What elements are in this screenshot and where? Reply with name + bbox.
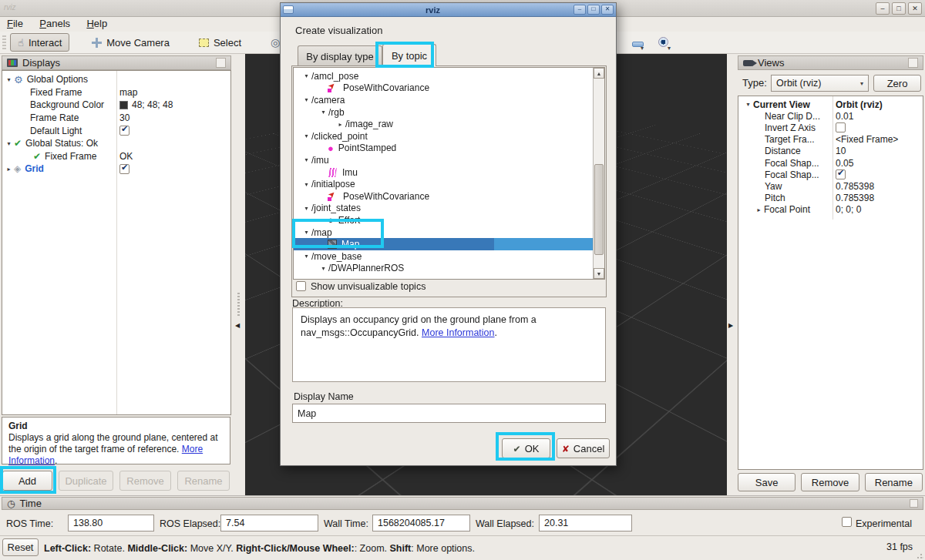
chevron-down-icon[interactable]: ▾	[641, 45, 644, 52]
checkbox-checked[interactable]	[119, 164, 130, 174]
topic-row[interactable]: ▾/joint_states	[294, 203, 604, 215]
rename-display-button[interactable]: Rename	[177, 471, 230, 491]
topic-row[interactable]: PointStamped	[294, 143, 604, 155]
chevron-right-icon[interactable]: ▸	[4, 166, 14, 173]
topic-row[interactable]: PoseWithCovariance	[294, 190, 604, 203]
left-splitter[interactable]: ◀	[233, 54, 245, 495]
row-value[interactable]: 30	[119, 112, 130, 123]
topic-row-map-selected[interactable]: Map	[294, 238, 593, 250]
chevron-down-icon[interactable]: ▾	[4, 140, 14, 147]
topic-row[interactable]: ▾/imu	[294, 154, 604, 166]
remove-display-button[interactable]: Remove	[119, 471, 171, 491]
panel-detach-button[interactable]	[908, 58, 918, 68]
scroll-down-icon[interactable]: ▼	[594, 268, 604, 279]
row-value[interactable]: <Fixed Frame>	[836, 134, 898, 145]
checkbox-unchecked[interactable]	[836, 122, 846, 132]
views-tree[interactable]: ▾ Current View Orbit (rviz) Near Clip D.…	[738, 96, 923, 470]
duplicate-button[interactable]: Duplicate	[59, 471, 113, 491]
chevron-down-icon[interactable]: ▾	[301, 253, 311, 260]
display-row-fixed-frame[interactable]: Fixed Frame map	[2, 86, 230, 99]
minimize-icon[interactable]: –	[876, 2, 890, 15]
view-row-near-clip[interactable]: Near Clip D... 0.01	[738, 110, 923, 122]
row-value[interactable]: map	[119, 87, 137, 98]
collapse-right-icon[interactable]: ▶	[728, 322, 733, 329]
chevron-right-icon[interactable]: ▸	[754, 206, 764, 213]
checkbox-checked[interactable]	[119, 126, 130, 136]
chevron-down-icon[interactable]: ▾	[318, 109, 328, 116]
view-row-invert-z[interactable]: Invert Z Axis	[738, 122, 923, 133]
row-value[interactable]: 0.01	[836, 111, 853, 122]
ros-elapsed-input[interactable]	[220, 515, 318, 531]
experimental-checkbox[interactable]	[842, 517, 852, 527]
view-type-dropdown[interactable]: Orbit (rviz) ▾	[771, 75, 869, 92]
display-row-global-options[interactable]: ▾ Global Options	[2, 73, 230, 86]
maximize-icon[interactable]: □	[587, 5, 600, 15]
toolbar-grip[interactable]	[2, 35, 6, 49]
chevron-down-icon[interactable]: ▾	[4, 76, 14, 83]
panel-detach-button[interactable]	[910, 499, 918, 508]
save-view-button[interactable]: Save	[738, 473, 796, 491]
display-row-global-status[interactable]: ▾ Global Status: Ok	[2, 137, 230, 150]
topic-row[interactable]: Imu	[294, 166, 604, 179]
color-swatch[interactable]	[119, 101, 128, 109]
cancel-button[interactable]: Cancel	[557, 438, 610, 458]
row-value[interactable]: 0.05	[836, 158, 853, 169]
menu-panels[interactable]: Panels	[32, 17, 77, 30]
chevron-down-icon[interactable]: ▾	[301, 181, 311, 188]
topic-tree[interactable]: ▾/amcl_pose PoseWithCovariance ▾/camera …	[293, 67, 605, 280]
chevron-down-icon[interactable]: ▾	[668, 45, 671, 52]
view-row-focal-shape-size[interactable]: Focal Shap... 0.05	[738, 157, 923, 169]
row-value[interactable]: 0.785398	[836, 181, 874, 192]
more-information-link[interactable]: More Information	[422, 327, 494, 338]
row-value[interactable]: 10	[836, 146, 846, 156]
row-value[interactable]: 48; 48; 48	[132, 99, 173, 110]
rename-view-button[interactable]: Rename	[865, 473, 923, 491]
display-row-background-color[interactable]: Background Color 48; 48; 48	[2, 99, 230, 112]
add-button[interactable]: Add	[2, 471, 52, 491]
topic-row[interactable]: ▾/initialpose	[294, 178, 604, 190]
topic-row[interactable]: ▾/DWAPlannerROS	[294, 263, 604, 275]
views-panel-header[interactable]: Views	[738, 55, 923, 70]
ok-button[interactable]: OK	[502, 438, 550, 458]
topic-row-map[interactable]: ▾/map	[294, 226, 604, 239]
display-row-default-light[interactable]: Default Light	[2, 124, 230, 137]
tool-move-camera-button[interactable]: Move Camera	[85, 33, 177, 52]
topic-row[interactable]: ▾/move_base	[294, 250, 604, 263]
chevron-down-icon[interactable]: ▾	[301, 96, 311, 103]
time-panel-header[interactable]: Time	[2, 497, 923, 510]
view-row-current-view[interactable]: ▾ Current View Orbit (rviz)	[738, 99, 923, 110]
display-row-grid[interactable]: ▸ Grid	[2, 163, 230, 176]
topic-row[interactable]: ▾/amcl_pose	[294, 70, 604, 82]
collapse-left-icon[interactable]: ◀	[235, 322, 240, 329]
chevron-down-icon[interactable]: ▾	[318, 265, 328, 272]
remove-view-button[interactable]: Remove	[801, 473, 859, 491]
dialog-titlebar[interactable]: rviz – □ ✕	[281, 3, 616, 17]
row-value[interactable]: 0; 0; 0	[836, 204, 861, 215]
chevron-down-icon[interactable]: ▾	[301, 132, 311, 139]
scroll-up-icon[interactable]: ▲	[594, 68, 604, 79]
close-icon[interactable]: ✕	[908, 2, 922, 15]
chevron-down-icon[interactable]: ▾	[301, 229, 311, 236]
tool-interact-button[interactable]: Interact	[10, 33, 69, 52]
maximize-icon[interactable]: □	[892, 2, 906, 15]
zero-button[interactable]: Zero	[873, 75, 921, 92]
minimize-icon[interactable]: –	[574, 5, 586, 15]
wall-time-input[interactable]	[372, 515, 470, 531]
close-icon[interactable]: ✕	[601, 5, 614, 15]
display-row-frame-rate[interactable]: Frame Rate 30	[2, 112, 230, 125]
row-value[interactable]: 0.785398	[836, 193, 874, 203]
view-row-pitch[interactable]: Pitch 0.785398	[738, 193, 923, 204]
chevron-down-icon[interactable]: ▾	[743, 101, 753, 108]
checkbox-checked[interactable]	[836, 169, 846, 179]
menu-help[interactable]: Help	[79, 17, 114, 30]
chevron-down-icon[interactable]: ▾	[301, 205, 311, 212]
tab-by-display-type[interactable]: By display type	[298, 45, 382, 66]
ros-time-input[interactable]	[68, 515, 154, 531]
topic-row[interactable]: ▸/image_raw	[294, 118, 604, 130]
tool-select-button[interactable]: Select	[192, 33, 248, 52]
displays-tree[interactable]: ▾ Global Options Fixed Frame map Backgro…	[2, 70, 231, 415]
topic-row[interactable]: ▾/rgb	[294, 106, 604, 119]
view-row-target-frame[interactable]: Target Fra... <Fixed Frame>	[738, 134, 923, 146]
menu-file[interactable]: File	[0, 17, 30, 30]
topic-row[interactable]: ▾/clicked_point	[294, 130, 604, 143]
